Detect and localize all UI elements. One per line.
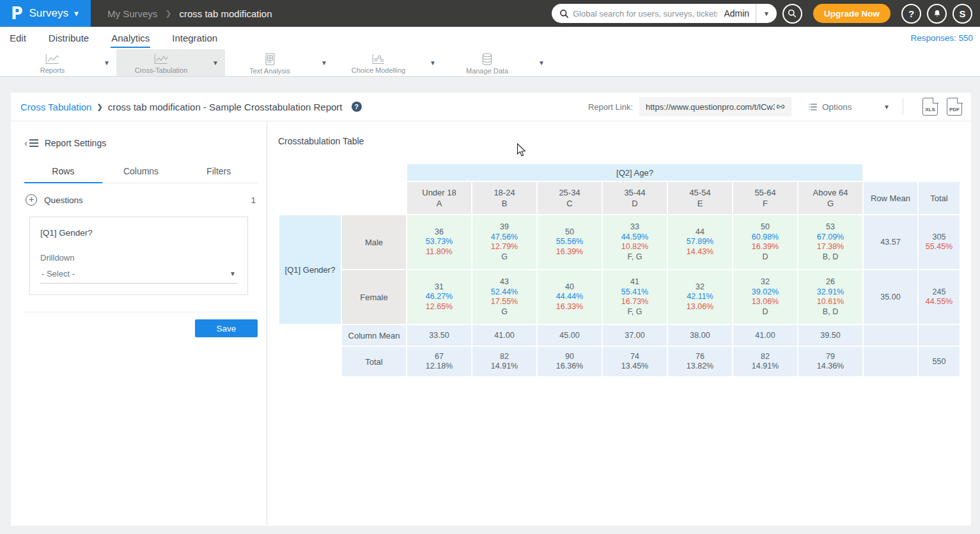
column-label: 35-44 xyxy=(603,187,667,198)
export-xls-button[interactable]: XLS xyxy=(922,98,938,116)
age-column-header: Above 64G xyxy=(798,182,862,214)
column-total-cell: 7914.36% xyxy=(798,347,862,376)
collapse-panel-icon[interactable]: ‹ xyxy=(24,138,38,148)
link-icon[interactable] xyxy=(775,101,786,112)
question-title: [Q1] Gender? xyxy=(40,228,237,238)
cell-total-percent: 16.39% xyxy=(735,242,796,252)
menu-lines-icon xyxy=(29,139,38,147)
cell-count: 39 xyxy=(474,222,535,233)
crosstab-data-cell: 3146.27%12.65% xyxy=(407,270,471,324)
cell-count: 36 xyxy=(408,227,470,238)
cross-tabulation-link[interactable]: Cross Tabulation xyxy=(20,102,91,112)
help-button[interactable]: ? xyxy=(901,4,921,24)
chevron-down-icon[interactable]: ▼ xyxy=(97,59,116,66)
analytics-toolbar: Reports ▼ Cross-Tabulation ▼ Text Analys… xyxy=(0,49,980,77)
cell-column-percent: 32.91% xyxy=(800,287,861,298)
row-mean-cell: 35.00 xyxy=(864,270,917,324)
report-link-field[interactable]: https://www.questionpro.com/t/lCw3Zc xyxy=(639,97,791,116)
cell-total-percent: 13.06% xyxy=(735,297,796,307)
nav-item-integration[interactable]: Integration xyxy=(171,29,218,48)
tool-label: Cross-Tabulation xyxy=(135,66,188,74)
add-question-button[interactable]: + xyxy=(26,194,37,206)
search-input[interactable] xyxy=(573,9,717,19)
drilldown-select[interactable]: - Select - ▼ xyxy=(40,263,237,284)
column-mean-cell: 41.00 xyxy=(472,325,536,346)
cell-count: 32 xyxy=(669,282,731,293)
nav-item-edit[interactable]: Edit xyxy=(9,29,27,48)
chevron-down-icon[interactable]: ▼ xyxy=(423,59,442,66)
tool-manage-data[interactable]: Manage Data ▼ xyxy=(442,49,551,76)
cell-column-percent: 55.56% xyxy=(539,237,600,247)
crosstab-data-cell: 3239.02%13.06%D xyxy=(733,270,797,324)
row-total-percent: 55.45% xyxy=(920,242,958,252)
export-pdf-button[interactable]: PDF xyxy=(947,98,962,116)
breadcrumb-separator-icon: ❯ xyxy=(97,103,102,111)
crosstab-data-cell: 4044.44%16.33% xyxy=(538,270,602,324)
breadcrumb: My Surveys ❯ cross tab modification xyxy=(107,8,272,19)
chevron-down-icon[interactable]: ▼ xyxy=(315,59,334,66)
divider xyxy=(24,312,258,312)
tool-cross-tabulation[interactable]: Cross-Tabulation ▼ xyxy=(116,49,225,76)
cell-significance: F, G xyxy=(604,307,665,317)
cell-significance: B, D xyxy=(800,252,861,263)
column-letter: C xyxy=(538,198,602,209)
column-mean-cell: 37.00 xyxy=(603,325,667,346)
report-link-url[interactable]: https://www.questionpro.com/t/lCw3Zc xyxy=(646,102,775,112)
column-total-percent: 16.36% xyxy=(539,362,600,372)
chevron-down-icon: ▼ xyxy=(229,270,236,277)
notifications-button[interactable] xyxy=(927,4,947,24)
options-menu[interactable]: Options ▼ xyxy=(808,102,890,112)
breadcrumb-my-surveys[interactable]: My Surveys xyxy=(107,8,157,19)
chevron-down-icon[interactable]: ▼ xyxy=(206,59,225,66)
tool-text-analysis[interactable]: Text Analysis ▼ xyxy=(225,49,334,76)
row-total-cell: 30555.45% xyxy=(919,215,960,269)
report-header-actions: Report Link: https://www.questionpro.com… xyxy=(588,97,962,116)
cell-column-percent: 53.73% xyxy=(408,237,470,247)
column-total-count: 76 xyxy=(669,352,731,362)
column-total-percent: 12.18% xyxy=(408,362,470,372)
column-total-percent: 14.36% xyxy=(800,362,861,372)
chevron-down-icon[interactable]: ▼ xyxy=(756,4,777,23)
cell-total-percent: 16.39% xyxy=(539,247,600,257)
cell-significance: B, D xyxy=(800,307,861,317)
cell-count: 50 xyxy=(735,222,796,233)
cell-count: 32 xyxy=(735,277,796,287)
column-total-count: 74 xyxy=(604,352,665,362)
column-mean-cell: 41.00 xyxy=(733,325,797,346)
account-avatar[interactable]: S xyxy=(953,4,972,24)
global-search[interactable]: Admin ▼ xyxy=(552,4,777,23)
product-name: Surveys xyxy=(29,7,68,20)
row-mean-cell: 43.57 xyxy=(864,215,917,269)
nav-item-analytics[interactable]: Analytics xyxy=(111,29,150,48)
tab-columns[interactable]: Columns xyxy=(102,161,180,183)
save-button[interactable]: Save xyxy=(195,319,258,337)
tool-reports[interactable]: Reports ▼ xyxy=(8,49,116,76)
upgrade-now-button[interactable]: Upgrade Now xyxy=(813,4,891,23)
row-label: Male xyxy=(342,215,406,269)
tool-label: Manage Data xyxy=(466,67,508,75)
search-button[interactable] xyxy=(782,4,802,24)
column-label: 55-64 xyxy=(733,187,797,198)
cell-total-percent: 16.33% xyxy=(539,302,600,312)
column-total-count: 67 xyxy=(408,352,470,362)
product-switcher[interactable]: P Surveys ▼ xyxy=(0,0,91,27)
banner-row: [Q2] Age? xyxy=(279,164,960,181)
tab-filters[interactable]: Filters xyxy=(180,161,258,183)
drilldown-selected-value: - Select - xyxy=(42,269,75,278)
question-mark-glyph: ? xyxy=(354,103,359,111)
survey-nav: Edit Distribute Analytics Integration Re… xyxy=(0,27,980,49)
chevron-down-icon[interactable]: ▼ xyxy=(532,59,551,66)
tab-rows[interactable]: Rows xyxy=(24,161,102,183)
column-letter: F xyxy=(733,198,797,209)
cell-count: 41 xyxy=(604,277,665,287)
report-card: Cross Tabulation ❯ cross tab modificatio… xyxy=(11,93,971,526)
cell-column-percent: 44.59% xyxy=(604,233,665,243)
crosstab-data-cell: 2632.91%10.61%B, D xyxy=(798,270,862,324)
bell-icon xyxy=(933,9,942,19)
tool-choice-modelling[interactable]: Choice Modelling ▼ xyxy=(334,49,442,76)
nav-item-distribute[interactable]: Distribute xyxy=(48,29,89,48)
top-bar: P Surveys ▼ My Surveys ❯ cross tab modif… xyxy=(0,0,980,27)
question-mark-icon: ? xyxy=(908,8,914,19)
help-icon[interactable]: ? xyxy=(352,102,362,112)
search-scope-selector[interactable]: Admin xyxy=(717,8,756,19)
